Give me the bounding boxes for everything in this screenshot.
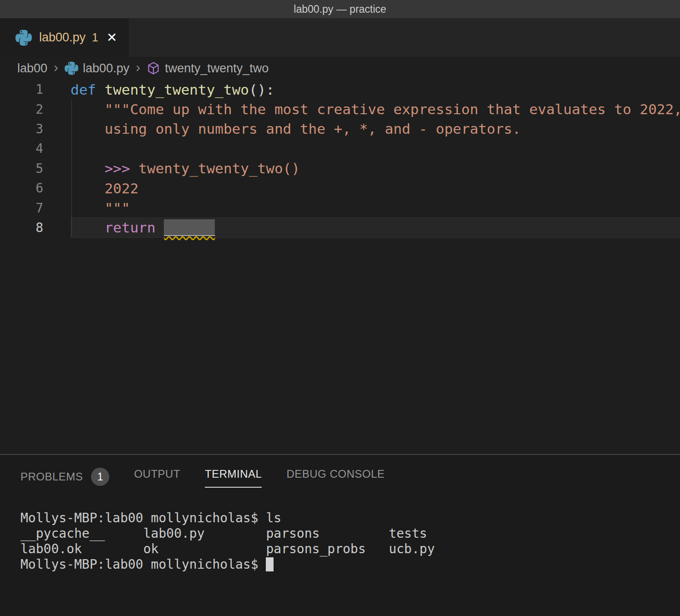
code-line-3[interactable]: 3 using only numbers and the +, *, and -… [0,119,680,139]
line-number: 2 [0,102,43,117]
window-title: lab00.py — practice [294,3,386,15]
python-file-icon [15,30,32,46]
code-content: """ [71,198,680,217]
breadcrumb-label: lab00 [17,61,47,76]
token-str: twenty_twenty_two() [138,160,300,177]
line-number: 4 [0,141,43,156]
code-line-6[interactable]: 6 2022 [0,178,680,198]
code-content: return ______ [71,218,680,237]
breadcrumb-separator-icon: › [136,61,140,74]
code-line-1[interactable]: 1def twenty_twenty_two(): [0,80,680,99]
panel-tab-label: TERMINAL [205,468,262,480]
breadcrumb-item-twenty-twenty-two[interactable]: twenty_twenty_two [147,61,269,76]
panel-tab-problems[interactable]: PROBLEMS1 [20,468,109,492]
breadcrumb-item-lab00[interactable]: lab00 [17,61,47,76]
code-line-5[interactable]: 5 >>> twenty_twenty_two() [0,159,680,178]
token-pl [130,160,139,177]
code-content: def twenty_twenty_two(): [71,80,680,99]
token-pl [71,180,105,197]
symbol-namespace-icon [147,61,160,75]
breadcrumb-label: lab00.py [83,61,129,76]
line-number: 8 [0,220,43,235]
tab-close-icon[interactable]: ✕ [107,31,117,44]
panel-tab-label: PROBLEMS [20,470,83,483]
terminal-line: Mollys-MBP:lab00 mollynicholas$ ls [20,510,680,526]
panel-tab-label: OUTPUT [134,468,180,480]
token-pl [156,219,164,236]
token-str: 2022 [105,180,139,197]
code-lines: 1def twenty_twenty_two():2 """Come up wi… [0,80,680,237]
panel-tab-output[interactable]: OUTPUT [134,468,180,487]
symbol-cube-icon [147,61,160,75]
code-line-2[interactable]: 2 """Come up with the most creative expr… [0,99,680,119]
line-number: 6 [0,181,43,196]
token-pl: (): [249,81,274,98]
panel-tab-terminal[interactable]: TERMINAL [205,468,262,488]
token-str: """ [105,200,130,216]
python-icon [65,61,78,75]
terminal-prompt-line: Mollys-MBP:lab00 mollynicholas$ [20,557,680,572]
editor-tab-lab00[interactable]: lab00.py 1 ✕ [0,18,129,57]
panel-tab-debug-console[interactable]: DEBUG CONSOLE [286,468,385,487]
line-number: 5 [0,161,43,176]
terminal[interactable]: Mollys-MBP:lab00 mollynicholas$ ls__pyca… [0,492,680,572]
token-str: """Come up with the most creative expres… [105,101,680,117]
editor-tab-bar: lab00.py 1 ✕ [0,18,680,57]
tab-problem-count: 1 [92,31,98,44]
terminal-prompt: Mollys-MBP:lab00 mollynicholas$ [20,557,266,572]
code-content: """Come up with the most creative expres… [71,99,680,119]
token-fn: twenty_twenty_two [105,81,249,98]
breadcrumb-label: twenty_twenty_two [165,61,269,76]
token-pl [71,219,105,236]
problems-count-badge: 1 [91,468,109,486]
token-ctrl: return [105,219,156,236]
breadcrumb-separator-icon: › [54,61,58,74]
breadcrumb: lab00› lab00.py› twenty_twenty_two [0,57,680,80]
title-bar[interactable]: lab00.py — practice [0,0,680,18]
code-line-7[interactable]: 7 """ [0,198,680,217]
token-kw: def [71,81,96,98]
tab-filename: lab00.py [39,30,86,45]
terminal-line: lab00.ok ok parsons_probs ucb.py [20,541,680,557]
code-content: using only numbers and the +, *, and - o… [71,119,680,139]
code-content: 2022 [71,178,680,198]
terminal-cursor [266,557,274,571]
blank-placeholder-selection: ______ [164,219,215,236]
token-pl [71,160,105,177]
code-editor[interactable]: 1def twenty_twenty_two():2 """Come up wi… [0,80,680,454]
python-icon [65,61,78,75]
code-line-8[interactable]: 8 return ______ [0,218,680,237]
code-content: >>> twenty_twenty_two() [71,159,680,178]
code-line-4[interactable]: 4 [0,139,680,158]
token-str: using only numbers and the +, *, and - o… [105,121,521,137]
code-content [71,139,680,158]
token-pl [96,81,105,98]
line-number: 7 [0,201,43,216]
token-ctrl: >>> [105,160,130,177]
token-pl [71,121,105,137]
panel-tab-label: DEBUG CONSOLE [286,468,385,480]
token-pl [71,101,105,117]
breadcrumb-item-lab00-py[interactable]: lab00.py [65,61,129,76]
panel-tab-bar: PROBLEMS1OUTPUTTERMINALDEBUG CONSOLE [0,455,680,492]
terminal-line: __pycache__ lab00.py parsons tests [20,526,680,541]
line-number: 1 [0,82,43,97]
bottom-panel: PROBLEMS1OUTPUTTERMINALDEBUG CONSOLE Mol… [0,454,680,616]
python-icon [15,30,32,46]
token-pl [71,200,105,216]
line-number: 3 [0,121,43,136]
